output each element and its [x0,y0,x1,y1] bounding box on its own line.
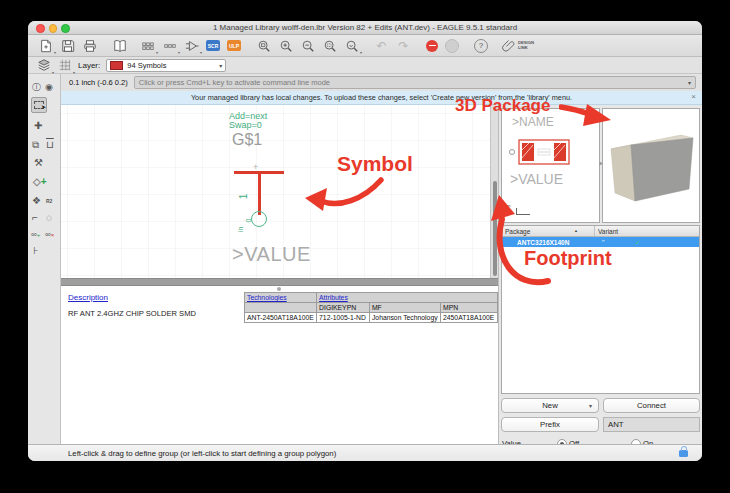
dimension-tool-icon[interactable]: ⊦ [33,246,38,256]
chevron-down-icon: ▾ [688,79,691,86]
splitter-handle[interactable] [277,287,281,291]
package3d-arrow [559,100,613,130]
footprint-name-placeholder: >NAME [512,115,554,129]
chevron-down-icon: ▾ [219,62,222,69]
change-tool-icon[interactable]: ⌐ [32,213,38,223]
mf-header: MF [369,303,440,313]
command-line-placeholder: Click or press Cmd+L key to activate com… [139,78,688,87]
close-window-button[interactable] [36,24,45,33]
prefix-field[interactable]: ANT [603,417,700,432]
symbol-editor-icon[interactable] [162,38,177,53]
value-placeholder-text: >VALUE [232,243,311,266]
group-tool-icon[interactable]: ➤ [31,97,47,113]
footprint-pads-drawing [508,137,574,167]
digikeypn-header: DIGIKEYPN [317,303,370,313]
window-title: 1 Managed Library wolff-den.lbr Version … [28,21,702,34]
design-link-button[interactable]: DESIGNLINK [501,38,534,53]
new-document-icon[interactable] [38,38,53,53]
description-link[interactable]: Description [68,293,108,302]
script-button[interactable]: SCR [206,40,220,51]
digikeypn-value: 712-1005-1-ND [317,313,370,323]
sort-ascending-icon: ▲ [574,228,578,233]
layer-settings-icon[interactable] [36,58,51,73]
mf-value: Johanson Technology [369,313,440,323]
show-tool-icon[interactable]: ◉ [45,82,53,92]
stop-icon[interactable] [426,40,438,52]
mpn-header: MPN [441,303,498,313]
antenna-symbol-stem [258,171,261,215]
layer-label: Layer: [78,61,100,70]
variant-name: '' [602,239,604,246]
zoom-select-icon[interactable] [322,38,337,53]
symbol-canvas[interactable]: Add=next Swap=0 G$1 + 1 0 in >VALUE [61,105,490,278]
swap-hint-text: Swap=0 [229,120,262,130]
zoom-in-icon[interactable] [278,38,293,53]
variant-column-header[interactable]: Variant [598,228,618,235]
move-tool-icon[interactable]: ✚ [34,121,42,131]
print-icon[interactable] [82,38,97,53]
symbol-annotation: Symbol [337,152,413,176]
miter-tool-icon[interactable]: ◌ [46,213,52,223]
detach-tool-icon[interactable]: ∞× [45,230,54,240]
banner-close-icon[interactable]: × [691,92,696,101]
zoom-out-icon[interactable] [300,38,315,53]
name-tool-icon[interactable]: ❖ [32,196,41,206]
value-tool-icon[interactable]: R2 [46,196,52,206]
go-icon[interactable] [445,39,459,53]
device-editor-icon[interactable] [184,38,199,53]
add-part-tool-icon[interactable]: ◇+ [33,177,47,187]
copy-tool-icon[interactable]: ⧉ [32,140,39,150]
delete-tool-icon[interactable]: ⊔ [46,140,54,150]
info-tool-icon[interactable]: ⓘ [32,82,41,92]
wrench-tool-icon[interactable]: ⚒ [34,158,43,168]
minimize-window-button[interactable] [49,24,58,33]
symbol-arrow [303,174,387,216]
chevron-down-icon: ▾ [589,402,592,409]
command-line-input[interactable]: Click or press Cmd+L key to activate com… [134,76,696,89]
pin-swaplevel-text: 0 [245,219,252,223]
attributes-link[interactable]: Attributes [317,293,498,303]
package-3d-preview[interactable] [602,108,700,223]
zoom-redraw-icon[interactable] [344,38,359,53]
attach-tool-icon[interactable]: ∞+ [31,230,40,240]
tool-palette: ⓘ ◉ ➤ ✚ ⧉ ⊔ ⚒ ◇+ ❖ R2 ⌐ ◌ ∞+ ∞× ⊦ [28,74,61,444]
paperclip-icon [501,38,516,53]
layer-bar: Layer: 94 Symbols ▾ [28,57,702,74]
coordinate-display: 0.1 inch (-0.6 0.2) [69,78,128,87]
pin-circle [251,211,267,227]
undo-icon[interactable]: ↶ [374,38,389,53]
footprint-arrow [490,193,554,287]
package-editor-icon[interactable] [140,38,155,53]
library-book-icon[interactable] [112,38,127,53]
technology-value: ANT-2450AT18A100E [245,313,317,323]
ulp-button[interactable]: ULP [227,40,241,51]
main-toolbar: SCR ULP ↶ ↷ ? DESIGNLINK [28,35,702,57]
pin-number-text: 1 [238,194,249,200]
pin-direction-text: in [237,227,244,232]
footprint-value-placeholder: >VALUE [510,171,563,187]
package3d-annotation: 3D Package [455,96,550,116]
preview-splitter-handle[interactable] [599,162,602,165]
redo-icon[interactable]: ↷ [396,38,411,53]
command-bar: 0.1 inch (-0.6 0.2) Click or press Cmd+L… [61,74,702,91]
title-bar: 1 Managed Library wolff-den.lbr Version … [28,21,702,35]
technologies-link[interactable]: Technologies [245,293,317,303]
gate-name-text: G$1 [232,131,262,149]
connect-button[interactable]: Connect [603,398,700,413]
attributes-table: Technologies Attributes DIGIKEYPN MF MPN [244,292,498,323]
layer-color-swatch [110,61,123,70]
new-button[interactable]: New ▾ [501,398,599,413]
layer-dropdown[interactable]: 94 Symbols ▾ [106,59,226,72]
zoom-fit-icon[interactable] [256,38,271,53]
approved-check-icon: ✓ [635,239,640,247]
package-3d-box [603,109,699,222]
help-icon[interactable]: ? [474,39,488,53]
canvas-horizontal-scrollbar[interactable] [61,278,498,286]
empty-header-cell [245,303,317,313]
save-icon[interactable] [60,38,75,53]
device-info-panel: Description RF ANT 2.4GHZ CHIP SOLDER SM… [61,286,498,444]
status-bar: Left-click & drag to define group (or le… [28,444,702,461]
zoom-window-button[interactable] [61,24,70,33]
grid-icon[interactable] [57,58,72,73]
prefix-button[interactable]: Prefix [501,417,599,432]
